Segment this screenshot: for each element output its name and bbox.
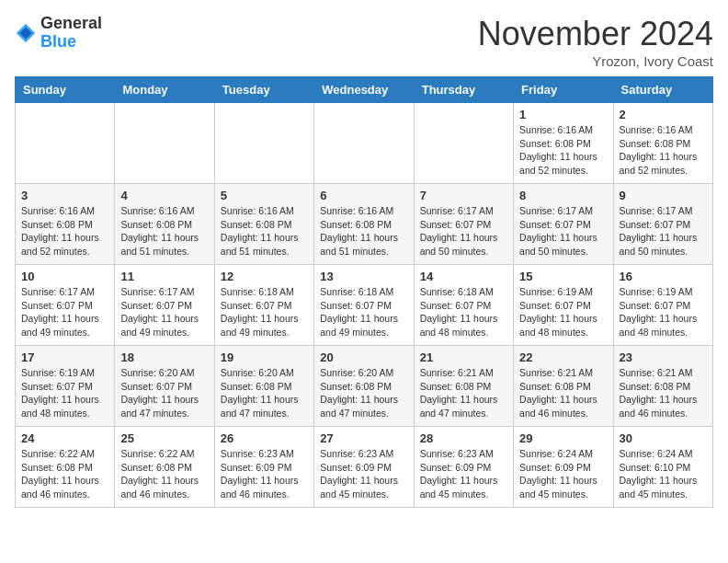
calendar-cell: 3Sunrise: 6:16 AM Sunset: 6:08 PM Daylig…	[16, 184, 115, 265]
day-number: 4	[120, 189, 208, 202]
day-number: 5	[221, 189, 308, 202]
day-info: Sunrise: 6:16 AM Sunset: 6:08 PM Dayligh…	[519, 123, 607, 178]
calendar-week-row: 24Sunrise: 6:22 AM Sunset: 6:08 PM Dayli…	[16, 427, 713, 508]
day-number: 16	[620, 270, 707, 283]
weekday-header: Sunday	[16, 77, 115, 103]
calendar-cell: 24Sunrise: 6:22 AM Sunset: 6:08 PM Dayli…	[16, 427, 115, 508]
calendar-cell: 15Sunrise: 6:19 AM Sunset: 6:07 PM Dayli…	[514, 265, 613, 346]
day-number: 12	[221, 270, 308, 283]
day-info: Sunrise: 6:16 AM Sunset: 6:08 PM Dayligh…	[120, 204, 208, 259]
day-info: Sunrise: 6:16 AM Sunset: 6:08 PM Dayligh…	[320, 204, 407, 259]
day-info: Sunrise: 6:20 AM Sunset: 6:07 PM Dayligh…	[120, 366, 208, 420]
day-number: 24	[21, 431, 108, 445]
calendar-cell: 29Sunrise: 6:24 AM Sunset: 6:09 PM Dayli…	[514, 427, 613, 508]
day-number: 19	[221, 350, 308, 364]
day-info: Sunrise: 6:20 AM Sunset: 6:08 PM Dayligh…	[221, 366, 308, 420]
day-number: 15	[519, 270, 607, 283]
day-number: 11	[120, 270, 208, 283]
day-number: 10	[21, 270, 108, 283]
logo: General Blue	[15, 15, 102, 52]
calendar-cell	[214, 103, 313, 184]
calendar-cell: 16Sunrise: 6:19 AM Sunset: 6:07 PM Dayli…	[613, 265, 712, 346]
calendar-cell	[16, 103, 115, 184]
calendar-cell: 28Sunrise: 6:23 AM Sunset: 6:09 PM Dayli…	[414, 427, 513, 508]
logo-blue: Blue	[40, 32, 76, 51]
calendar-cell: 8Sunrise: 6:17 AM Sunset: 6:07 PM Daylig…	[514, 184, 613, 265]
day-number: 1	[519, 108, 607, 121]
calendar-week-row: 3Sunrise: 6:16 AM Sunset: 6:08 PM Daylig…	[16, 184, 713, 265]
calendar-cell: 17Sunrise: 6:19 AM Sunset: 6:07 PM Dayli…	[16, 346, 115, 427]
day-number: 17	[21, 350, 108, 364]
calendar-week-row: 17Sunrise: 6:19 AM Sunset: 6:07 PM Dayli…	[16, 346, 713, 427]
day-number: 9	[620, 189, 707, 202]
weekday-header: Friday	[514, 77, 613, 103]
logo-text: General Blue	[40, 15, 102, 52]
calendar-cell: 4Sunrise: 6:16 AM Sunset: 6:08 PM Daylig…	[115, 184, 214, 265]
day-number: 8	[519, 189, 607, 202]
calendar-cell: 26Sunrise: 6:23 AM Sunset: 6:09 PM Dayli…	[214, 427, 313, 508]
calendar-cell: 21Sunrise: 6:21 AM Sunset: 6:08 PM Dayli…	[414, 346, 513, 427]
calendar-cell: 30Sunrise: 6:24 AM Sunset: 6:10 PM Dayli…	[613, 427, 712, 508]
day-number: 18	[120, 350, 208, 364]
day-number: 28	[420, 431, 507, 445]
day-number: 27	[320, 431, 407, 445]
day-number: 23	[620, 350, 707, 364]
location: Yrozon, Ivory Coast	[478, 53, 713, 69]
day-info: Sunrise: 6:21 AM Sunset: 6:08 PM Dayligh…	[620, 366, 707, 420]
calendar-cell	[314, 103, 414, 184]
day-info: Sunrise: 6:17 AM Sunset: 6:07 PM Dayligh…	[620, 204, 707, 259]
calendar-header-row: SundayMondayTuesdayWednesdayThursdayFrid…	[16, 77, 713, 103]
day-info: Sunrise: 6:19 AM Sunset: 6:07 PM Dayligh…	[21, 366, 108, 420]
day-info: Sunrise: 6:16 AM Sunset: 6:08 PM Dayligh…	[21, 204, 108, 259]
weekday-header: Monday	[115, 77, 214, 103]
day-info: Sunrise: 6:17 AM Sunset: 6:07 PM Dayligh…	[420, 204, 507, 259]
logo-icon	[15, 22, 37, 44]
day-info: Sunrise: 6:23 AM Sunset: 6:09 PM Dayligh…	[420, 447, 507, 501]
calendar-cell: 1Sunrise: 6:16 AM Sunset: 6:08 PM Daylig…	[514, 103, 613, 184]
calendar-cell: 6Sunrise: 6:16 AM Sunset: 6:08 PM Daylig…	[314, 184, 414, 265]
calendar-cell: 5Sunrise: 6:16 AM Sunset: 6:08 PM Daylig…	[214, 184, 313, 265]
calendar-cell: 10Sunrise: 6:17 AM Sunset: 6:07 PM Dayli…	[16, 265, 115, 346]
day-number: 14	[420, 270, 507, 283]
calendar-cell: 27Sunrise: 6:23 AM Sunset: 6:09 PM Dayli…	[314, 427, 414, 508]
page-header: General Blue November 2024 Yrozon, Ivory…	[15, 15, 713, 69]
calendar-week-row: 10Sunrise: 6:17 AM Sunset: 6:07 PM Dayli…	[16, 265, 713, 346]
day-number: 26	[221, 431, 308, 445]
day-info: Sunrise: 6:21 AM Sunset: 6:08 PM Dayligh…	[420, 366, 507, 420]
calendar-cell: 2Sunrise: 6:16 AM Sunset: 6:08 PM Daylig…	[613, 103, 712, 184]
day-info: Sunrise: 6:17 AM Sunset: 6:07 PM Dayligh…	[120, 285, 208, 339]
day-info: Sunrise: 6:16 AM Sunset: 6:08 PM Dayligh…	[221, 204, 308, 259]
calendar-cell: 23Sunrise: 6:21 AM Sunset: 6:08 PM Dayli…	[613, 346, 712, 427]
calendar-cell: 11Sunrise: 6:17 AM Sunset: 6:07 PM Dayli…	[115, 265, 214, 346]
calendar-cell: 20Sunrise: 6:20 AM Sunset: 6:08 PM Dayli…	[314, 346, 414, 427]
day-number: 6	[320, 189, 407, 202]
day-number: 25	[120, 431, 208, 445]
calendar-cell: 7Sunrise: 6:17 AM Sunset: 6:07 PM Daylig…	[414, 184, 513, 265]
logo-general: General	[40, 14, 102, 32]
month-title: November 2024	[478, 15, 713, 53]
calendar-cell: 9Sunrise: 6:17 AM Sunset: 6:07 PM Daylig…	[613, 184, 712, 265]
day-number: 22	[519, 350, 607, 364]
calendar-cell: 19Sunrise: 6:20 AM Sunset: 6:08 PM Dayli…	[214, 346, 313, 427]
day-info: Sunrise: 6:17 AM Sunset: 6:07 PM Dayligh…	[519, 204, 607, 259]
calendar-cell	[414, 103, 513, 184]
weekday-header: Thursday	[414, 77, 513, 103]
day-info: Sunrise: 6:19 AM Sunset: 6:07 PM Dayligh…	[620, 285, 707, 339]
calendar-cell: 22Sunrise: 6:21 AM Sunset: 6:08 PM Dayli…	[514, 346, 613, 427]
day-info: Sunrise: 6:18 AM Sunset: 6:07 PM Dayligh…	[420, 285, 507, 339]
day-number: 13	[320, 270, 407, 283]
day-number: 2	[620, 108, 707, 121]
day-number: 3	[21, 189, 108, 202]
day-info: Sunrise: 6:22 AM Sunset: 6:08 PM Dayligh…	[21, 447, 108, 501]
title-area: November 2024 Yrozon, Ivory Coast	[478, 15, 713, 69]
day-info: Sunrise: 6:24 AM Sunset: 6:09 PM Dayligh…	[519, 447, 607, 501]
calendar-table: SundayMondayTuesdayWednesdayThursdayFrid…	[15, 76, 713, 508]
calendar-cell: 12Sunrise: 6:18 AM Sunset: 6:07 PM Dayli…	[214, 265, 313, 346]
calendar-cell: 18Sunrise: 6:20 AM Sunset: 6:07 PM Dayli…	[115, 346, 214, 427]
day-info: Sunrise: 6:23 AM Sunset: 6:09 PM Dayligh…	[221, 447, 308, 501]
calendar-cell: 14Sunrise: 6:18 AM Sunset: 6:07 PM Dayli…	[414, 265, 513, 346]
day-number: 7	[420, 189, 507, 202]
day-number: 21	[420, 350, 507, 364]
day-info: Sunrise: 6:24 AM Sunset: 6:10 PM Dayligh…	[620, 447, 707, 501]
calendar-week-row: 1Sunrise: 6:16 AM Sunset: 6:08 PM Daylig…	[16, 103, 713, 184]
